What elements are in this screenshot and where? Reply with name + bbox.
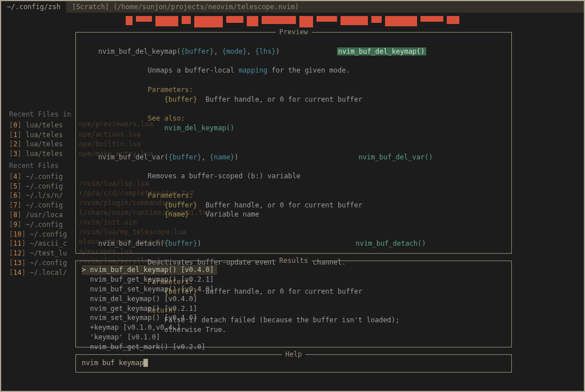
cursor-icon bbox=[143, 359, 147, 367]
result-item[interactable]: nvim_buf_set_keymap() [v0.4.0] bbox=[82, 285, 506, 294]
sidebar-item[interactable]: [5] ~/.config bbox=[9, 182, 78, 191]
tab-scratch[interactable]: [Scratch] (/home/sunjon/projects/neovim/… bbox=[66, 1, 304, 13]
sidebar-item[interactable]: [0] lua/teles bbox=[9, 121, 78, 130]
result-item[interactable]: +keymap [v0.1.0,v0.4.] bbox=[82, 323, 506, 333]
dashboard-decoration bbox=[75, 16, 510, 27]
sidebar-item[interactable]: [14] ~/.local/ bbox=[9, 268, 78, 278]
result-item[interactable]: 'keymap' [v0.1.0] bbox=[82, 333, 506, 342]
help-tag: nvim_buf_del_keymap() bbox=[337, 47, 426, 55]
preview-panel: Preview nvim_buf_del_keymap({buffer}, {m… bbox=[75, 32, 512, 254]
sidebar-item[interactable]: [4] ~/.config bbox=[9, 172, 78, 182]
result-item[interactable]: nvim_set_keymap() [v0.4.0] bbox=[82, 313, 506, 323]
tab-zsh[interactable]: ~/.config/zsh bbox=[1, 1, 66, 13]
sidebar-item[interactable]: [8] /usr/loca bbox=[9, 210, 78, 220]
sidebar-item[interactable]: [11] ~/ascii_c bbox=[9, 239, 78, 249]
sidebar-item[interactable]: [2] lua/teles bbox=[9, 139, 78, 149]
sidebar: Recent Files in [0] lua/teles[1] lua/tel… bbox=[9, 110, 78, 278]
sidebar-item[interactable]: [13] ~/.config bbox=[9, 258, 78, 268]
results-panel: Results > nvim_buf_del_keymap() [v0.4.0]… bbox=[75, 261, 512, 347]
sidebar-item[interactable]: [9] ~/.config bbox=[9, 220, 78, 230]
sidebar-item[interactable]: [6] ~/.l/s/n/ bbox=[9, 191, 78, 201]
result-item[interactable]: nvim_buf_get_keymap() [v0.2.1] bbox=[82, 275, 506, 285]
preview-title: Preview bbox=[276, 27, 312, 37]
sidebar-item[interactable]: [3] lua/teles bbox=[9, 149, 78, 159]
sidebar-item[interactable]: [7] ~/.config bbox=[9, 201, 78, 210]
sidebar-item[interactable]: [1] lua/teles bbox=[9, 130, 78, 140]
sidebar-item[interactable]: [12] ~/test_lu bbox=[9, 249, 78, 258]
result-item[interactable]: > nvim_buf_del_keymap() [v0.4.0] bbox=[82, 265, 217, 275]
sidebar-item[interactable]: [10] ~/.config bbox=[9, 230, 78, 239]
search-input[interactable]: nvim buf keymap bbox=[82, 359, 148, 367]
help-title: Help bbox=[282, 350, 306, 359]
sidebar-header-recent: Recent Files bbox=[9, 161, 78, 171]
help-panel: Help nvim buf keymap bbox=[75, 354, 512, 373]
sidebar-header-recent-in: Recent Files in bbox=[9, 110, 78, 119]
tab-bar: ~/.config/zsh [Scratch] (/home/sunjon/pr… bbox=[1, 1, 584, 13]
results-title: Results bbox=[276, 256, 312, 266]
result-item[interactable]: nvim_del_keymap() [v0.4.0] bbox=[82, 294, 506, 304]
result-item[interactable]: nvim_get_keymap() [v0.2.1] bbox=[82, 304, 506, 314]
